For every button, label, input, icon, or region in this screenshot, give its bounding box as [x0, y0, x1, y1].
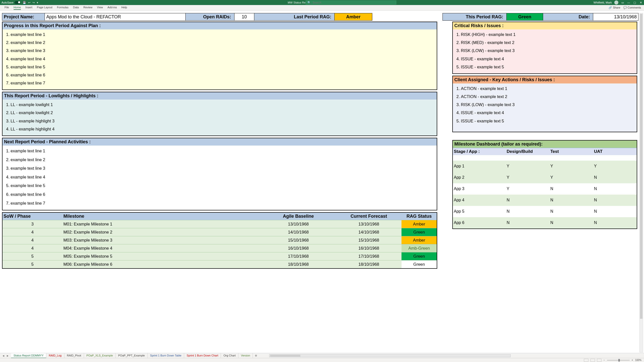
list-item[interactable]: 3. RISK (LOW) - example text 3: [455, 47, 635, 55]
horizontal-scrollbar[interactable]: [269, 354, 511, 357]
client-body[interactable]: 1. ACTION - example text 12. ACTION - ex…: [453, 83, 637, 132]
ribbon-tab-insert[interactable]: Insert: [25, 6, 32, 10]
lowhigh-panel: This Report Period - Lowlights / Highlig…: [2, 92, 437, 136]
list-item[interactable]: 3. LL - example highlight 3: [5, 117, 435, 125]
mdash-row[interactable]: App 5NNN: [453, 206, 637, 217]
planned-body[interactable]: 1. example text line 12. example text li…: [3, 146, 437, 210]
list-item[interactable]: 3. example text line 3: [5, 47, 435, 55]
ribbon-mode-icon[interactable]: ▭: [621, 1, 624, 4]
sheet-tab-poap-xls-example[interactable]: POaP_XLS_Example: [84, 353, 116, 358]
user-name[interactable]: Whitfield, Mark: [593, 1, 612, 4]
list-item[interactable]: 1. ACTION - example text 1: [455, 84, 635, 93]
ribbon-tab-home[interactable]: Home: [14, 6, 21, 10]
autosave-switch[interactable]: [15, 1, 21, 4]
list-item[interactable]: 2. LL - example lowlight 2: [5, 109, 435, 117]
zoom-slider[interactable]: [607, 360, 630, 361]
worksheet-area[interactable]: Project Name: Apps Mod to the Cloud - RE…: [0, 11, 644, 362]
ribbon-tab-data[interactable]: Data: [73, 6, 79, 10]
last-period-rag-value[interactable]: Amber: [335, 13, 372, 21]
zoom-in-icon[interactable]: +: [632, 359, 633, 361]
view-normal-icon[interactable]: [584, 359, 588, 362]
zoom-value[interactable]: 100%: [635, 359, 641, 361]
last-period-rag-label: Last Period RAG:: [254, 13, 335, 21]
list-item[interactable]: 7. example text line 7: [5, 79, 435, 87]
list-item[interactable]: 4. example text line 4: [5, 173, 435, 182]
this-period-rag-value[interactable]: Green: [507, 13, 543, 21]
ribbon-tab-page-layout[interactable]: Page Layout: [37, 6, 53, 10]
sheet-tab-version[interactable]: Version: [238, 353, 253, 358]
sheet-tab-org-chart[interactable]: Org Chart: [221, 353, 238, 358]
search-input[interactable]: [312, 1, 394, 4]
ribbon-tab-help[interactable]: Help: [122, 6, 127, 10]
share-button[interactable]: 🔗 Share: [609, 6, 620, 9]
list-item[interactable]: 5. example text line 5: [5, 181, 435, 190]
table-row[interactable]: 5M06: Example Milestone 618/10/196818/10…: [3, 260, 437, 268]
add-sheet-icon[interactable]: ⊕: [253, 354, 259, 357]
table-row[interactable]: 3M01: Example Milestone 113/10/196813/10…: [3, 220, 437, 228]
list-item[interactable]: 3. RISK (LOW) - example text 3: [455, 101, 635, 109]
zoom-out-icon[interactable]: −: [603, 359, 605, 361]
date-value[interactable]: 13/10/1968: [593, 13, 638, 21]
list-item[interactable]: 5. example text line 5: [5, 63, 435, 71]
list-item[interactable]: 5. ISSUE - example text 5: [455, 63, 635, 71]
comments-button[interactable]: 💬 Comments: [623, 6, 641, 9]
ribbon-tab-formulas[interactable]: Formulas: [57, 6, 68, 10]
table-row[interactable]: 4M02: Example Milestone 214/10/196814/10…: [3, 228, 437, 236]
list-item[interactable]: 4. ISSUE - example text 4: [455, 55, 635, 63]
sheet-tab-status-report-ddmmyy[interactable]: Status Report DDMMYY: [11, 353, 46, 358]
mdash-row[interactable]: App 3YNN: [453, 183, 637, 195]
risks-body[interactable]: 1. RISK (HIGH) - example text 12. RISK (…: [453, 29, 637, 73]
project-name-value[interactable]: Apps Mod to the Cloud - REFACTOR: [45, 13, 186, 21]
sheet-tab-poap-ppt-example[interactable]: POaP_PPT_Example: [116, 353, 148, 358]
list-item[interactable]: 7. example text line 7: [5, 199, 435, 208]
minimize-icon[interactable]: —: [627, 1, 630, 4]
ribbon-tab-file[interactable]: File: [5, 6, 9, 10]
table-row[interactable]: 5M05: Example Milestone 517/10/196817/10…: [3, 252, 437, 260]
mdash-row[interactable]: App 2YYN: [453, 172, 637, 183]
list-item[interactable]: 2. ACTION - example text 2: [455, 93, 635, 101]
maximize-icon[interactable]: ▢: [633, 1, 636, 4]
table-row[interactable]: 4M04: Example Milestone 416/10/196816/10…: [3, 244, 437, 252]
list-item[interactable]: 5. ISSUE - example text 5: [455, 117, 635, 125]
redo-icon[interactable]: ↪: [32, 1, 35, 4]
sheet-tab-raid-pivot[interactable]: RAID_Pivot: [64, 353, 84, 358]
list-item[interactable]: 6. example text line 6: [5, 71, 435, 79]
ribbon-tab-add-ins[interactable]: Add-ins: [107, 6, 117, 10]
sheet-tab-raid-log[interactable]: RAID_Log: [46, 353, 64, 358]
ribbon-tab-review[interactable]: Review: [83, 6, 92, 10]
tab-next-icon[interactable]: ►: [6, 354, 9, 357]
mdash-row[interactable]: App 6NNN: [453, 217, 637, 229]
lowhigh-body[interactable]: 1. LL - example lowlight 12. LL - exampl…: [3, 100, 437, 135]
sheet-tab-sprint-1-burn-down-chart[interactable]: Sprint 1 Burn Down Chart: [184, 353, 221, 358]
list-item[interactable]: 2. example text line 2: [5, 155, 435, 164]
open-raids-value[interactable]: 10: [234, 13, 255, 21]
ribbon-tab-view[interactable]: View: [97, 6, 103, 10]
list-item[interactable]: 4. example text line 4: [5, 55, 435, 63]
autosave-toggle[interactable]: AutoSave: [2, 1, 21, 4]
view-page-layout-icon[interactable]: [590, 359, 595, 362]
list-item[interactable]: 1. RISK (HIGH) - example text 1: [455, 30, 635, 38]
list-item[interactable]: 2. example text line 2: [5, 38, 435, 47]
table-row[interactable]: 4M03: Example Milestone 315/10/196815/10…: [3, 236, 437, 244]
list-item[interactable]: 6. example text line 6: [5, 190, 435, 199]
list-item[interactable]: 1. LL - example lowlight 1: [5, 101, 435, 109]
mdash-row[interactable]: App 4NNN: [453, 195, 637, 206]
close-icon[interactable]: ✕: [639, 1, 642, 4]
list-item[interactable]: 4. ISSUE - example text 4: [455, 109, 635, 117]
mdash-col-uat: UAT: [593, 148, 637, 155]
view-page-break-icon[interactable]: [597, 359, 601, 362]
list-item[interactable]: 1. example text line 1: [5, 30, 435, 38]
undo-icon[interactable]: ↩: [28, 1, 30, 4]
save-icon[interactable]: 💾: [23, 1, 26, 4]
progress-body[interactable]: 1. example text line 12. example text li…: [3, 29, 437, 89]
list-item[interactable]: 1. example text line 1: [5, 147, 435, 155]
list-item[interactable]: 3. example text line 3: [5, 164, 435, 173]
list-item[interactable]: 2. RISK (MED) - example text 2: [455, 38, 635, 47]
vertical-scrollbar[interactable]: [639, 13, 643, 352]
mdash-row[interactable]: App 1YYY: [453, 161, 637, 172]
user-avatar-icon[interactable]: [614, 1, 618, 5]
search-box[interactable]: 🔍: [306, 1, 396, 5]
sheet-tab-sprint-1-burn-down-table[interactable]: Sprint 1 Burn Down Table: [148, 353, 184, 358]
tab-prev-icon[interactable]: ◄: [2, 354, 5, 357]
list-item[interactable]: 4. LL - example highlight 4: [5, 125, 435, 133]
